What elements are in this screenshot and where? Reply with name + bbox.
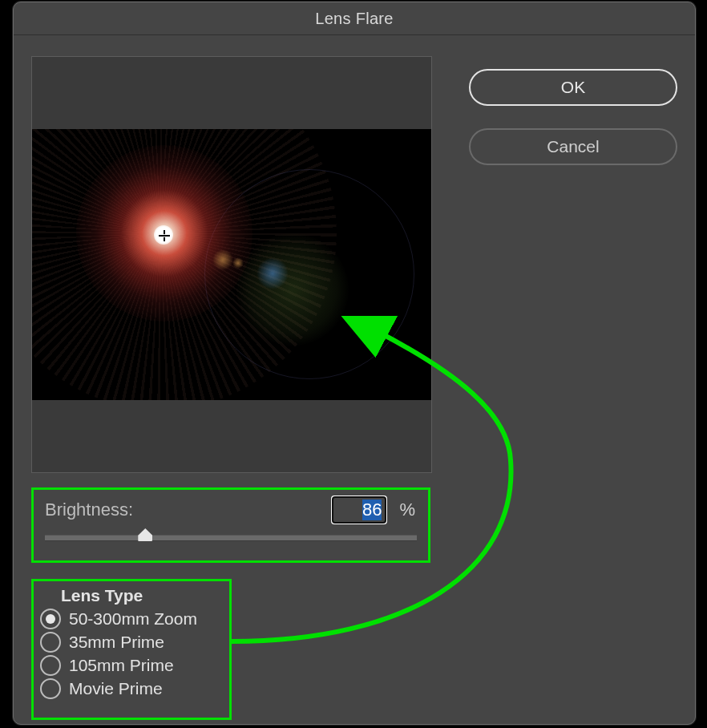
flare-rays (32, 129, 337, 400)
flare-ring (204, 169, 414, 379)
lens-type-option[interactable]: Movie Prime (40, 678, 223, 699)
brightness-slider[interactable] (45, 535, 417, 541)
ok-button[interactable]: OK (469, 69, 677, 106)
radio-icon (40, 609, 61, 629)
radio-icon (40, 655, 61, 676)
flare-ghost-dot (232, 257, 244, 269)
titlebar: Lens Flare (14, 2, 695, 35)
lens-type-option-label: Movie Prime (69, 679, 163, 698)
flare-green-ghost (236, 233, 349, 346)
ok-button-label: OK (561, 78, 585, 97)
lens-type-legend: Lens Type (61, 586, 223, 605)
brightness-input[interactable] (332, 496, 386, 524)
brightness-row: Brightness: % (45, 496, 417, 524)
lens-type-option[interactable]: 35mm Prime (40, 632, 223, 653)
brightness-label: Brightness: (45, 499, 332, 520)
cancel-button-label: Cancel (547, 137, 599, 156)
radio-icon (40, 678, 61, 699)
flare-ghost-dot (212, 249, 233, 270)
lens-type-option-label: 35mm Prime (69, 633, 164, 652)
lens-type-option[interactable]: 50-300mm Zoom (40, 609, 223, 629)
lens-type-option[interactable]: 105mm Prime (40, 655, 223, 676)
dialog-title: Lens Flare (315, 10, 394, 28)
flare-blue-ghost (257, 257, 289, 289)
brightness-slider-thumb[interactable] (138, 528, 152, 541)
lens-type-panel: Lens Type 50-300mm Zoom35mm Prime105mm P… (31, 579, 232, 720)
lens-flare-dialog: Lens Flare OK Cancel (13, 2, 696, 725)
flare-center-handle[interactable] (159, 230, 170, 241)
lens-type-option-label: 105mm Prime (69, 656, 174, 675)
dialog-content: OK Cancel Brightness: % Lens Type 50-300… (14, 35, 695, 725)
brightness-panel: Brightness: % (31, 487, 430, 563)
cancel-button[interactable]: Cancel (469, 128, 677, 165)
brightness-unit: % (386, 499, 417, 520)
preview-well (31, 56, 432, 473)
preview-image[interactable] (32, 129, 431, 400)
lens-type-option-label: 50-300mm Zoom (69, 609, 197, 629)
radio-icon (40, 632, 61, 653)
